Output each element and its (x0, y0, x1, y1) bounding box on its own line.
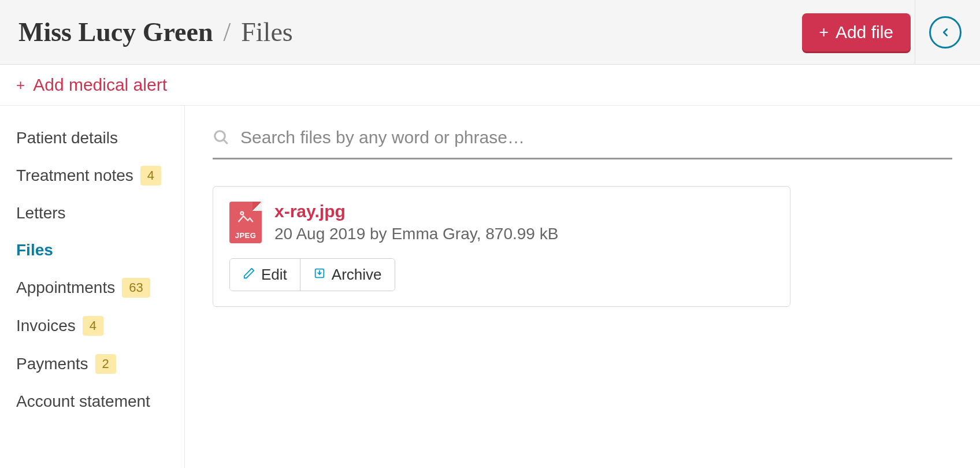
search-input[interactable] (240, 128, 952, 147)
sidebar-item-label: Patient details (16, 129, 118, 147)
patient-sidebar-nav: Patient details Treatment notes 4 Letter… (0, 106, 185, 468)
page-header: Miss Lucy Green / Files + Add file (0, 0, 980, 65)
count-badge: 4 (140, 166, 161, 185)
sidebar-item-invoices[interactable]: Invoices 4 (0, 307, 184, 345)
breadcrumb-separator: / (223, 17, 231, 47)
edit-file-button[interactable]: Edit (230, 259, 300, 291)
header-divider (915, 0, 915, 64)
sidebar-item-label: Files (16, 241, 53, 259)
pencil-icon (243, 266, 255, 284)
sidebar-item-label: Letters (16, 204, 66, 222)
archive-icon (313, 266, 326, 284)
sidebar-item-label: Appointments (16, 278, 115, 297)
breadcrumb-patient[interactable]: Miss Lucy Green (18, 17, 213, 47)
files-panel: JPEG x-ray.jpg 20 Aug 2019 by Emma Gray,… (185, 106, 980, 468)
sidebar-item-label: Treatment notes (16, 166, 133, 185)
sidebar-item-files[interactable]: Files (0, 232, 184, 269)
file-header: JPEG x-ray.jpg 20 Aug 2019 by Emma Gray,… (229, 202, 774, 243)
add-file-button[interactable]: + Add file (802, 13, 911, 51)
file-meta: x-ray.jpg 20 Aug 2019 by Emma Gray, 870.… (274, 202, 558, 243)
file-extension: JPEG (235, 231, 257, 240)
add-medical-alert-button[interactable]: + Add medical alert (16, 75, 167, 95)
count-badge: 2 (95, 354, 116, 374)
breadcrumb-section: Files (241, 17, 292, 47)
sidebar-item-appointments[interactable]: Appointments 63 (0, 269, 184, 307)
add-file-label: Add file (836, 23, 893, 42)
count-badge: 4 (83, 316, 103, 336)
chevron-left-icon (939, 26, 952, 39)
svg-line-1 (224, 140, 227, 143)
medical-alert-bar: + Add medical alert (0, 65, 980, 106)
sidebar-item-letters[interactable]: Letters (0, 195, 184, 232)
breadcrumb: Miss Lucy Green / Files (18, 17, 293, 47)
search-row (213, 123, 952, 159)
sidebar-item-payments[interactable]: Payments 2 (0, 345, 184, 383)
sidebar-item-patient-details[interactable]: Patient details (0, 120, 184, 157)
sidebar-item-label: Account statement (16, 392, 150, 411)
file-type-icon: JPEG (229, 202, 262, 243)
add-medical-alert-label: Add medical alert (33, 75, 167, 95)
page-body: Patient details Treatment notes 4 Letter… (0, 106, 980, 468)
archive-button-label: Archive (332, 266, 382, 284)
sidebar-item-label: Invoices (16, 317, 76, 335)
header-actions: + Add file (802, 13, 962, 51)
sidebar-item-treatment-notes[interactable]: Treatment notes 4 (0, 157, 184, 195)
sidebar-item-account-statement[interactable]: Account statement (0, 383, 184, 420)
file-card: JPEG x-ray.jpg 20 Aug 2019 by Emma Gray,… (213, 186, 790, 307)
file-meta-text: 20 Aug 2019 by Emma Gray, 870.99 kB (274, 225, 558, 243)
sidebar-item-label: Payments (16, 355, 88, 373)
svg-point-2 (240, 212, 243, 215)
file-actions: Edit Archive (229, 258, 395, 291)
file-name-link[interactable]: x-ray.jpg (274, 202, 558, 221)
count-badge: 63 (122, 278, 150, 298)
search-icon (213, 129, 230, 146)
plus-icon: + (16, 76, 25, 94)
image-icon (237, 209, 254, 226)
edit-button-label: Edit (261, 266, 287, 284)
archive-file-button[interactable]: Archive (300, 259, 395, 291)
plus-icon: + (819, 23, 829, 42)
collapse-panel-button[interactable] (929, 16, 962, 49)
